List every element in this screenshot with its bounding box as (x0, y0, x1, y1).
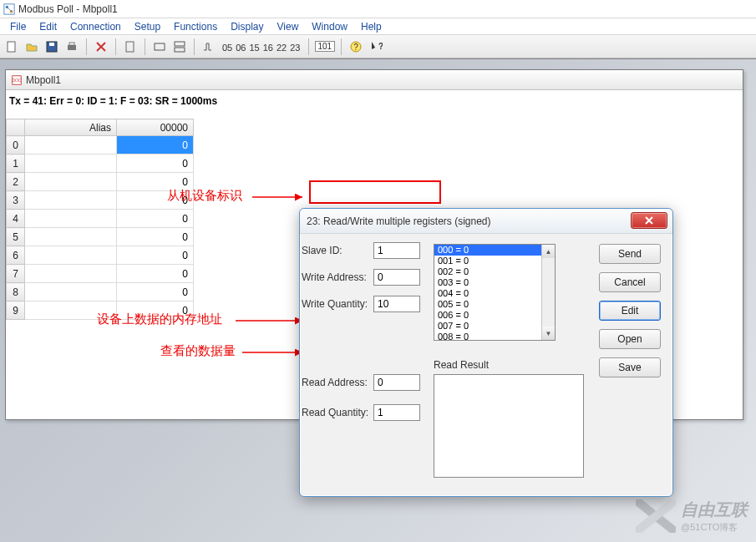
alias-cell[interactable] (25, 136, 117, 154)
row-header[interactable]: 1 (7, 154, 25, 173)
read-result-box[interactable] (434, 374, 584, 478)
value-cell[interactable]: 0 (117, 154, 194, 173)
menu-view[interactable]: View (271, 19, 306, 34)
register-list-item[interactable]: 003 = 0 (434, 277, 555, 288)
row-header[interactable]: 0 (7, 136, 25, 154)
toolbar-fn-16[interactable]: 16 (261, 43, 275, 53)
read-quantity-input[interactable] (373, 404, 420, 421)
menu-setup[interactable]: Setup (128, 19, 167, 34)
alias-cell[interactable] (25, 154, 117, 173)
register-list-item[interactable]: 001 = 0 (434, 256, 555, 266)
menu-window[interactable]: Window (305, 19, 354, 34)
column-alias[interactable]: Alias (25, 119, 117, 136)
read-address-input[interactable] (373, 374, 420, 391)
row-header[interactable]: 4 (7, 210, 25, 228)
toolbar-fn-05[interactable]: 05 (221, 43, 234, 53)
toolbar-fn-15[interactable]: 15 (248, 43, 261, 53)
toolbar-fn-22[interactable]: 22 (275, 43, 288, 53)
row-header[interactable]: 5 (7, 228, 25, 246)
value-cell[interactable]: 0 (117, 283, 194, 301)
print-icon[interactable] (63, 38, 80, 55)
label-slave-id: Slave ID: (302, 245, 373, 256)
grid-corner[interactable] (7, 119, 25, 136)
menu-help[interactable]: Help (354, 19, 388, 34)
toolbar-box[interactable]: 101 (315, 41, 336, 52)
new-icon[interactable] (3, 38, 20, 55)
register-list-item[interactable]: 005 = 0 (434, 299, 555, 310)
alias-cell[interactable] (25, 210, 117, 228)
value-cell[interactable]: 0 (117, 228, 194, 246)
value-cell[interactable]: 0 (117, 136, 194, 154)
column-value[interactable]: 00000 (117, 119, 194, 136)
send-button[interactable]: Send (599, 244, 661, 264)
row-header[interactable]: 6 (7, 246, 25, 265)
menu-connection[interactable]: Connection (63, 19, 128, 34)
row-header[interactable]: 7 (7, 265, 25, 283)
write-quantity-input[interactable] (373, 296, 420, 312)
write-address-input[interactable] (373, 269, 420, 286)
open-icon[interactable] (23, 38, 40, 55)
register-grid: Alias 00000 00102030405060708090 (6, 119, 194, 320)
menu-functions[interactable]: Functions (167, 19, 224, 34)
alias-cell[interactable] (25, 283, 117, 301)
cancel-button[interactable]: Cancel (599, 272, 661, 292)
help-icon[interactable]: ? (348, 38, 364, 55)
row-header[interactable]: 9 (7, 301, 25, 320)
layout2-icon[interactable] (171, 38, 188, 55)
close-button[interactable] (631, 212, 667, 229)
app-icon (3, 3, 15, 15)
alias-cell[interactable] (25, 173, 117, 191)
toolbar-fn-23[interactable]: 23 (288, 43, 302, 53)
register-list-item[interactable]: 006 = 0 (434, 310, 555, 321)
label-read-addr: Read Address: (302, 377, 373, 388)
doc-icon[interactable] (122, 38, 139, 55)
watermark-sub: @51CTO博客 (681, 521, 748, 534)
annotation-read-addr: 设备上数据的内存地址 (97, 312, 222, 327)
alias-cell[interactable] (25, 265, 117, 283)
dialog-titlebar[interactable]: 23: Read/Write multiple registers (signe… (300, 209, 672, 234)
svg-rect-10 (175, 42, 185, 46)
annotation-slave-id: 从机设备标识 (167, 188, 242, 204)
svg-text:?: ? (353, 43, 358, 52)
open-button[interactable]: Open (599, 329, 661, 349)
app-title: Modbus Poll - Mbpoll1 (18, 3, 118, 15)
save-icon[interactable] (43, 38, 60, 55)
register-list[interactable]: 000 = 0001 = 0002 = 0003 = 0004 = 0005 =… (434, 244, 556, 341)
status-line: Tx = 41: Err = 0: ID = 1: F = 03: SR = 1… (6, 90, 743, 112)
rw-registers-dialog: 23: Read/Write multiple registers (signe… (299, 208, 673, 497)
value-cell[interactable]: 0 (117, 210, 194, 228)
label-write-qty: Write Quantity: (302, 298, 373, 310)
value-cell[interactable]: 0 (117, 265, 194, 283)
whatsthis-icon[interactable]: ? (368, 38, 384, 55)
slave-id-input[interactable] (373, 242, 420, 259)
register-list-item[interactable]: 008 = 0 (434, 332, 555, 341)
row-header[interactable]: 2 (7, 173, 25, 191)
register-list-item[interactable]: 007 = 0 (434, 321, 555, 332)
layout1-icon[interactable] (151, 38, 168, 55)
row-header[interactable]: 8 (7, 283, 25, 301)
delete-icon[interactable] (93, 38, 109, 55)
pulse-icon[interactable] (200, 38, 217, 55)
label-read-result: Read Result (434, 359, 489, 371)
svg-rect-11 (175, 48, 185, 52)
svg-text:?: ? (378, 42, 383, 51)
menu-edit[interactable]: Edit (33, 19, 63, 34)
document-titlebar[interactable]: DOC Mbpoll1 (6, 70, 743, 90)
toolbar-fn-06[interactable]: 06 (234, 43, 247, 53)
row-header[interactable]: 3 (7, 191, 25, 210)
edit-button[interactable]: Edit (599, 301, 661, 321)
save-button[interactable]: Save (599, 357, 661, 377)
register-list-item[interactable]: 002 = 0 (434, 266, 555, 277)
alias-cell[interactable] (25, 191, 117, 210)
menu-file[interactable]: File (3, 19, 33, 34)
scroll-up-icon[interactable]: ▲ (542, 245, 555, 258)
register-list-item[interactable]: 004 = 0 (434, 288, 555, 299)
alias-cell[interactable] (25, 246, 117, 265)
register-list-scrollbar[interactable]: ▲ ▼ (541, 245, 555, 340)
alias-cell[interactable] (25, 228, 117, 246)
value-cell[interactable]: 0 (117, 246, 194, 265)
menu-display[interactable]: Display (224, 19, 270, 34)
scroll-down-icon[interactable]: ▼ (542, 327, 555, 340)
toolbar: 050615162223 101 ? ? (0, 35, 756, 58)
register-list-item[interactable]: 000 = 0 (434, 245, 555, 256)
